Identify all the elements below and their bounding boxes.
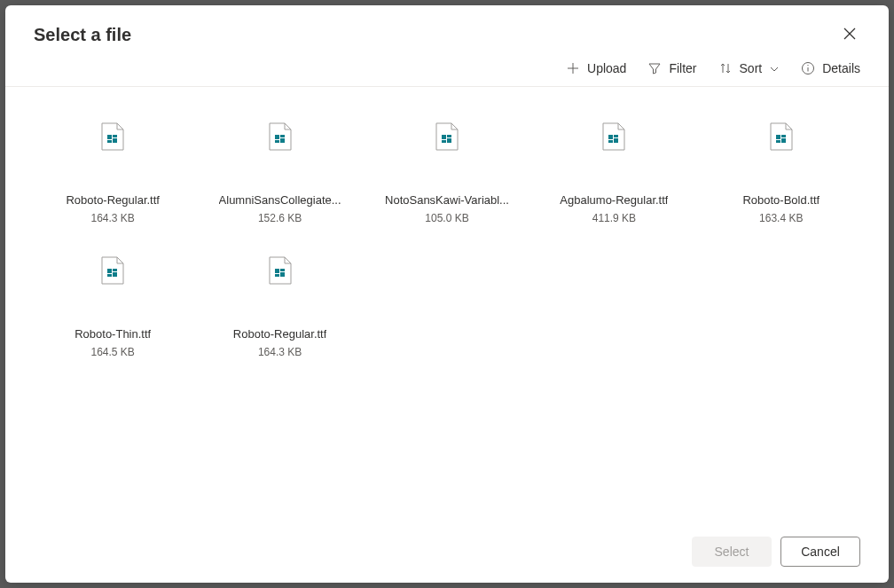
svg-rect-21 [608,140,613,143]
file-item[interactable]: Roboto-Regular.ttf 164.3 KB [200,249,358,365]
details-label: Details [822,61,860,75]
file-size: 164.5 KB [91,346,135,358]
upload-label: Upload [587,61,626,75]
cancel-button[interactable]: Cancel [780,537,860,567]
sort-button[interactable]: Sort [718,61,780,75]
svg-rect-16 [447,135,451,137]
svg-rect-22 [614,138,618,143]
svg-point-6 [808,65,809,66]
file-name: Roboto-Regular.ttf [233,327,327,342]
svg-rect-24 [781,135,786,137]
file-size: 152.6 KB [258,212,302,224]
close-icon [843,27,857,43]
filter-icon [647,61,662,75]
chevron-down-icon [769,63,780,74]
svg-rect-17 [442,140,446,143]
select-button[interactable]: Select [692,537,772,567]
upload-button[interactable]: Upload [566,61,626,75]
file-name: AlumniSansCollegiate... [219,193,341,208]
file-picker-modal: Select a file Upload [5,5,889,583]
file-icon [100,256,125,285]
svg-rect-32 [280,269,285,271]
svg-rect-20 [614,135,618,137]
file-item[interactable]: Agbalumo-Regular.ttf 411.9 KB [535,115,693,231]
file-item[interactable]: NotoSansKawi-Variabl... 105.0 KB [368,115,526,231]
svg-rect-7 [107,135,112,139]
svg-rect-19 [608,135,613,139]
svg-rect-30 [113,272,117,277]
file-grid: Roboto-Regular.ttf 164.3 KB AlumniSansCo… [5,87,889,524]
svg-rect-31 [275,269,279,273]
svg-rect-27 [107,269,112,273]
svg-rect-29 [107,274,112,277]
svg-rect-9 [107,140,112,143]
file-icon [268,256,293,285]
filter-button[interactable]: Filter [647,61,696,75]
details-button[interactable]: Details [801,61,860,75]
close-button[interactable] [839,23,860,47]
file-icon [100,122,125,151]
file-item[interactable]: Roboto-Regular.ttf 164.3 KB [34,115,192,231]
svg-rect-13 [275,140,279,143]
svg-rect-25 [776,140,780,143]
svg-rect-15 [442,135,446,139]
file-item[interactable]: AlumniSansCollegiate... 152.6 KB [200,115,358,231]
info-icon [801,61,815,75]
svg-rect-26 [781,138,786,143]
filter-label: Filter [669,61,696,75]
file-size: 164.3 KB [91,212,135,224]
file-item[interactable]: Roboto-Thin.ttf 164.5 KB [34,249,192,365]
svg-rect-23 [776,135,780,139]
svg-rect-10 [113,138,117,143]
file-name: Roboto-Bold.ttf [742,193,820,208]
svg-rect-18 [447,138,451,143]
svg-rect-12 [280,135,285,137]
modal-header: Select a file [5,5,889,54]
file-name: Agbalumo-Regular.ttf [560,193,668,208]
file-icon [601,122,626,151]
svg-rect-28 [113,269,117,271]
file-icon [769,122,794,151]
file-name: Roboto-Thin.ttf [74,327,151,342]
file-icon [268,122,293,151]
sort-icon [718,61,733,75]
toolbar: Upload Filter Sort [5,54,889,87]
file-name: Roboto-Regular.ttf [66,193,160,208]
file-name: NotoSansKawi-Variabl... [385,193,509,208]
svg-rect-33 [275,274,279,277]
svg-rect-11 [275,135,279,139]
file-size: 164.3 KB [258,346,302,358]
svg-rect-14 [280,138,285,143]
modal-footer: Select Cancel [5,524,889,583]
file-icon [435,122,459,151]
plus-icon [566,61,580,75]
file-size: 105.0 KB [425,212,468,224]
svg-rect-8 [113,135,117,137]
file-size: 411.9 KB [592,212,636,224]
file-size: 163.4 KB [759,212,803,224]
sort-label: Sort [740,61,763,75]
svg-rect-34 [280,272,285,277]
file-item[interactable]: Roboto-Bold.ttf 163.4 KB [702,115,860,231]
modal-title: Select a file [34,25,131,45]
